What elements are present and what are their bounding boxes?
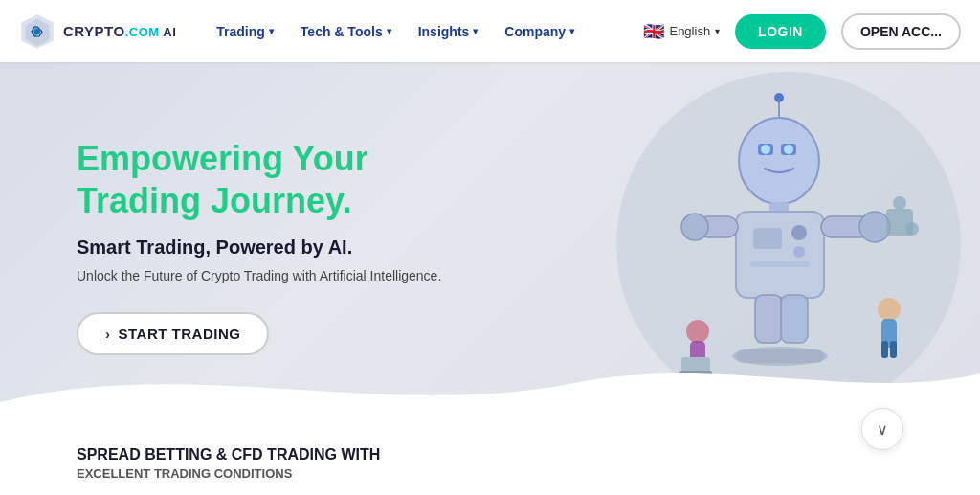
chevron-down-icon: ▾ <box>473 26 478 36</box>
svg-point-7 <box>784 145 793 154</box>
svg-point-31 <box>878 298 901 321</box>
bottom-subtitle: EXCELLENT TRADING CONDITIONS <box>77 465 380 483</box>
hero-wave <box>0 345 980 431</box>
hero-title: Empowering Your Trading Journey. <box>77 138 459 220</box>
svg-rect-11 <box>736 212 824 298</box>
chevron-down-icon: ▾ <box>569 26 574 36</box>
scroll-down-button[interactable]: ∨ <box>861 408 903 450</box>
hero-subtitle: Smart Trading, Powered by AI. <box>77 236 459 259</box>
nav-item-trading[interactable]: Trading ▾ <box>205 16 285 47</box>
open-account-button[interactable]: OPEN ACC... <box>841 13 961 50</box>
arrow-icon: › <box>105 326 111 342</box>
svg-point-19 <box>859 212 890 242</box>
svg-point-21 <box>893 196 906 210</box>
bottom-title: SPREAD BETTING & CFD TRADING WITH <box>77 444 380 465</box>
svg-point-9 <box>774 93 784 102</box>
chevron-down-icon: ▾ <box>387 26 391 36</box>
nav-item-company[interactable]: Company ▾ <box>493 16 586 47</box>
start-trading-label: START TRADING <box>119 326 241 342</box>
svg-point-3 <box>739 118 819 204</box>
svg-point-22 <box>905 222 919 236</box>
svg-point-27 <box>686 320 709 343</box>
logo-icon <box>19 13 56 50</box>
chevron-down-icon: ▾ <box>269 26 274 36</box>
svg-point-13 <box>791 225 807 240</box>
chevron-down-icon: ∨ <box>877 420 888 439</box>
login-button[interactable]: LOGIN <box>735 14 826 49</box>
svg-rect-24 <box>781 295 808 343</box>
language-selector[interactable]: 🇬🇧 English ▾ <box>643 21 720 42</box>
nav-item-tech-tools[interactable]: Tech & Tools ▾ <box>289 16 403 47</box>
logo-text: CRYPTO.COM AI <box>63 23 176 40</box>
svg-rect-12 <box>753 228 782 249</box>
bottom-section: SPREAD BETTING & CFD TRADING WITH EXCELL… <box>0 431 980 495</box>
nav-item-insights[interactable]: Insights ▾ <box>407 16 490 47</box>
svg-rect-15 <box>750 261 810 267</box>
svg-rect-10 <box>769 202 789 212</box>
bottom-text: SPREAD BETTING & CFD TRADING WITH EXCELL… <box>77 444 380 484</box>
svg-point-2 <box>34 29 40 34</box>
svg-point-14 <box>793 246 805 258</box>
logo[interactable]: CRYPTO.COM AI <box>19 13 176 50</box>
svg-rect-23 <box>755 295 782 343</box>
navbar: CRYPTO.COM AI Trading ▾ Tech & Tools ▾ I… <box>0 0 980 62</box>
hero-description: Unlock the Future of Crypto Trading with… <box>77 268 459 283</box>
chevron-down-icon: ▾ <box>715 26 720 36</box>
nav-links: Trading ▾ Tech & Tools ▾ Insights ▾ Comp… <box>205 16 643 47</box>
hero-section: Empowering Your Trading Journey. Smart T… <box>0 62 980 431</box>
flag-icon: 🇬🇧 <box>643 21 664 42</box>
svg-point-6 <box>761 145 770 154</box>
svg-point-17 <box>681 214 708 240</box>
nav-right: 🇬🇧 English ▾ LOGIN OPEN ACC... <box>643 13 961 50</box>
